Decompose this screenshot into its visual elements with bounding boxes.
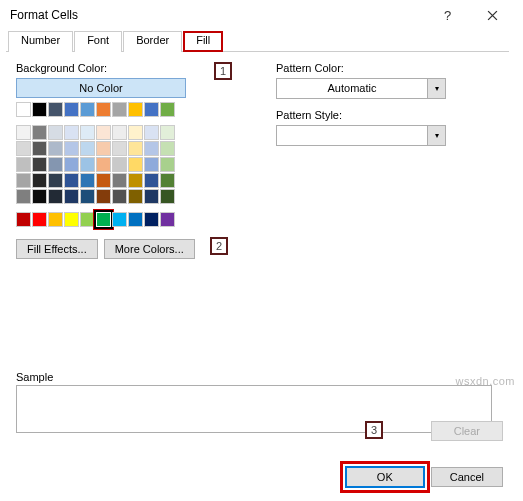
fill-effects-button[interactable]: Fill Effects... xyxy=(16,239,98,259)
color-swatch[interactable] xyxy=(160,157,175,172)
background-color-label: Background Color: xyxy=(16,62,246,74)
clear-button[interactable]: Clear xyxy=(431,421,503,441)
color-swatch[interactable] xyxy=(48,173,63,188)
color-swatch[interactable] xyxy=(48,102,63,117)
color-swatch[interactable] xyxy=(48,125,63,140)
color-swatch[interactable] xyxy=(80,102,95,117)
color-swatch[interactable] xyxy=(32,141,47,156)
color-swatch[interactable] xyxy=(128,157,143,172)
color-swatch[interactable] xyxy=(112,157,127,172)
color-swatch[interactable] xyxy=(128,189,143,204)
color-swatch[interactable] xyxy=(16,141,31,156)
standard-color-swatch[interactable] xyxy=(96,212,111,227)
color-swatch[interactable] xyxy=(144,125,159,140)
standard-color-swatch[interactable] xyxy=(112,212,127,227)
color-swatch[interactable] xyxy=(144,102,159,117)
color-swatch[interactable] xyxy=(48,189,63,204)
color-swatch[interactable] xyxy=(112,102,127,117)
color-swatch[interactable] xyxy=(128,102,143,117)
format-cells-dialog: Format Cells ? Number Font Border Fill B… xyxy=(0,0,515,501)
annotation-3: 3 xyxy=(365,421,383,439)
color-swatch[interactable] xyxy=(160,189,175,204)
no-color-button[interactable]: No Color xyxy=(16,78,186,98)
chevron-down-icon: ▾ xyxy=(428,78,446,99)
annotation-2: 2 xyxy=(210,237,228,255)
color-swatch[interactable] xyxy=(96,141,111,156)
color-swatch[interactable] xyxy=(80,157,95,172)
color-swatch[interactable] xyxy=(96,173,111,188)
annotation-1: 1 xyxy=(214,62,232,80)
color-swatch[interactable] xyxy=(160,173,175,188)
color-swatch[interactable] xyxy=(144,141,159,156)
color-swatch[interactable] xyxy=(32,189,47,204)
color-swatch[interactable] xyxy=(32,173,47,188)
color-swatch[interactable] xyxy=(64,141,79,156)
color-swatch[interactable] xyxy=(64,173,79,188)
color-swatch[interactable] xyxy=(112,141,127,156)
standard-color-swatch[interactable] xyxy=(16,212,31,227)
color-swatch[interactable] xyxy=(128,173,143,188)
color-swatch[interactable] xyxy=(64,189,79,204)
pattern-color-dropdown[interactable]: Automatic ▾ xyxy=(276,78,499,99)
more-colors-button[interactable]: More Colors... xyxy=(104,239,195,259)
pattern-style-label: Pattern Style: xyxy=(276,109,499,121)
color-swatch[interactable] xyxy=(112,125,127,140)
color-swatch[interactable] xyxy=(96,125,111,140)
help-button[interactable]: ? xyxy=(425,0,470,30)
color-swatch[interactable] xyxy=(80,173,95,188)
watermark: wsxdn.com xyxy=(455,375,515,387)
color-swatch[interactable] xyxy=(160,125,175,140)
color-swatch[interactable] xyxy=(160,141,175,156)
color-swatch[interactable] xyxy=(96,102,111,117)
tab-border[interactable]: Border xyxy=(123,31,182,52)
color-swatch[interactable] xyxy=(96,157,111,172)
sample-label: Sample xyxy=(16,371,492,383)
color-swatch[interactable] xyxy=(32,125,47,140)
standard-color-swatch[interactable] xyxy=(48,212,63,227)
close-icon xyxy=(487,10,498,21)
color-swatch[interactable] xyxy=(144,173,159,188)
color-swatch[interactable] xyxy=(144,189,159,204)
close-button[interactable] xyxy=(470,0,515,30)
color-swatch[interactable] xyxy=(48,141,63,156)
titlebar: Format Cells ? xyxy=(0,0,515,30)
color-swatch[interactable] xyxy=(144,157,159,172)
color-swatch[interactable] xyxy=(128,125,143,140)
color-swatch[interactable] xyxy=(48,157,63,172)
color-swatch[interactable] xyxy=(32,102,47,117)
standard-color-swatch[interactable] xyxy=(80,212,95,227)
color-swatch[interactable] xyxy=(96,189,111,204)
tab-number[interactable]: Number xyxy=(8,31,73,52)
color-swatch[interactable] xyxy=(16,102,31,117)
color-swatch[interactable] xyxy=(80,141,95,156)
color-swatch[interactable] xyxy=(160,102,175,117)
color-swatch[interactable] xyxy=(128,141,143,156)
color-swatch[interactable] xyxy=(64,102,79,117)
tab-fill[interactable]: Fill xyxy=(183,31,223,52)
cancel-button[interactable]: Cancel xyxy=(431,467,503,487)
standard-color-swatch[interactable] xyxy=(144,212,159,227)
color-swatch[interactable] xyxy=(32,157,47,172)
color-swatch[interactable] xyxy=(64,157,79,172)
standard-color-swatch[interactable] xyxy=(128,212,143,227)
color-swatch[interactable] xyxy=(64,125,79,140)
ok-button[interactable]: OK xyxy=(345,466,425,488)
pattern-color-label: Pattern Color: xyxy=(276,62,499,74)
standard-color-swatch[interactable] xyxy=(32,212,47,227)
color-swatch[interactable] xyxy=(80,125,95,140)
color-swatch[interactable] xyxy=(112,173,127,188)
standard-color-swatch[interactable] xyxy=(160,212,175,227)
color-swatch[interactable] xyxy=(16,173,31,188)
sample-preview xyxy=(16,385,492,433)
color-swatch[interactable] xyxy=(80,189,95,204)
color-swatch[interactable] xyxy=(16,189,31,204)
pattern-style-dropdown[interactable]: ▾ xyxy=(276,125,499,146)
standard-colors-row xyxy=(16,212,246,227)
color-swatch[interactable] xyxy=(112,189,127,204)
tab-font[interactable]: Font xyxy=(74,31,122,52)
tab-strip: Number Font Border Fill xyxy=(6,30,509,52)
color-swatch[interactable] xyxy=(16,125,31,140)
color-swatch[interactable] xyxy=(16,157,31,172)
chevron-down-icon: ▾ xyxy=(428,125,446,146)
standard-color-swatch[interactable] xyxy=(64,212,79,227)
